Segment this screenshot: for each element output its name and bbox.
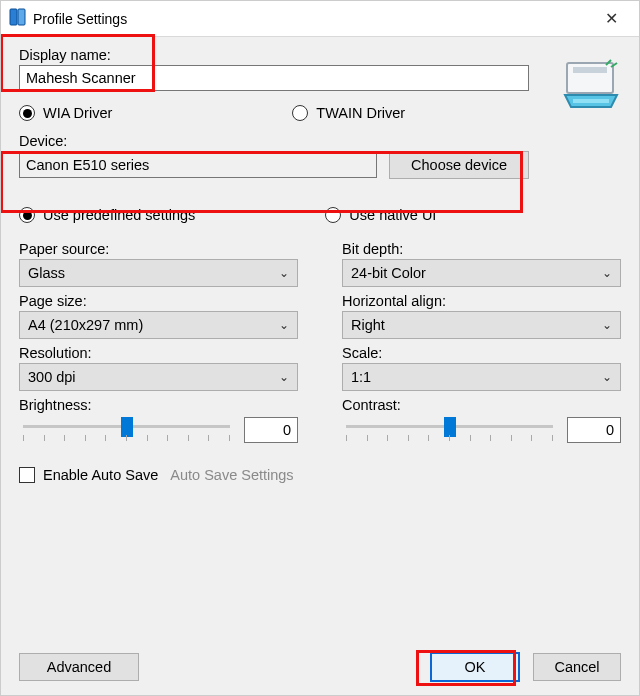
radio-dot-icon: [325, 207, 341, 223]
horizontal-align-select[interactable]: Right ⌄: [342, 311, 621, 339]
twain-driver-label: TWAIN Driver: [316, 105, 405, 121]
enable-auto-save-label: Enable Auto Save: [43, 467, 158, 483]
svg-rect-3: [573, 67, 607, 73]
paper-source-label: Paper source:: [19, 241, 298, 257]
bit-depth-label: Bit depth:: [342, 241, 621, 257]
svg-rect-0: [10, 9, 17, 25]
paper-source-select[interactable]: Glass ⌄: [19, 259, 298, 287]
paper-source-value: Glass: [28, 265, 65, 281]
radio-dot-icon: [19, 207, 35, 223]
cancel-button[interactable]: Cancel: [533, 653, 621, 681]
brightness-value-input[interactable]: [244, 417, 298, 443]
contrast-value-input[interactable]: [567, 417, 621, 443]
device-value: Canon E510 series: [26, 157, 149, 173]
use-native-ui-label: Use native UI: [349, 207, 436, 223]
display-name-input[interactable]: [19, 65, 529, 91]
chevron-down-icon: ⌄: [279, 266, 289, 280]
close-button[interactable]: ✕: [589, 5, 633, 33]
slider-thumb[interactable]: [121, 417, 133, 437]
page-size-label: Page size:: [19, 293, 298, 309]
advanced-button[interactable]: Advanced: [19, 653, 139, 681]
scale-value: 1:1: [351, 369, 371, 385]
enable-auto-save-checkbox[interactable]: Enable Auto Save: [19, 467, 158, 483]
scale-select[interactable]: 1:1 ⌄: [342, 363, 621, 391]
chevron-down-icon: ⌄: [602, 266, 612, 280]
use-native-ui-radio[interactable]: Use native UI: [325, 207, 436, 223]
app-icon: [9, 8, 27, 29]
chevron-down-icon: ⌄: [279, 370, 289, 384]
horizontal-align-value: Right: [351, 317, 385, 333]
slider-thumb[interactable]: [444, 417, 456, 437]
ok-button[interactable]: OK: [431, 653, 519, 681]
brightness-slider[interactable]: [19, 415, 234, 445]
auto-save-settings-link: Auto Save Settings: [170, 467, 293, 483]
bit-depth-value: 24-bit Color: [351, 265, 426, 281]
radio-dot-icon: [292, 105, 308, 121]
scanner-icon: [561, 55, 621, 115]
svg-rect-4: [573, 99, 609, 103]
device-field: Canon E510 series: [19, 152, 377, 178]
twain-driver-radio[interactable]: TWAIN Driver: [292, 105, 405, 121]
page-size-value: A4 (210x297 mm): [28, 317, 143, 333]
wia-driver-label: WIA Driver: [43, 105, 112, 121]
brightness-label: Brightness:: [19, 397, 298, 413]
window-title: Profile Settings: [27, 11, 589, 27]
radio-dot-icon: [19, 105, 35, 121]
contrast-label: Contrast:: [342, 397, 621, 413]
horizontal-align-label: Horizontal align:: [342, 293, 621, 309]
resolution-label: Resolution:: [19, 345, 298, 361]
slider-ticks: [23, 435, 230, 441]
use-predefined-settings-radio[interactable]: Use predefined settings: [19, 207, 195, 223]
choose-device-button[interactable]: Choose device: [389, 151, 529, 179]
scale-label: Scale:: [342, 345, 621, 361]
contrast-slider[interactable]: [342, 415, 557, 445]
checkbox-box-icon: [19, 467, 35, 483]
slider-ticks: [346, 435, 553, 441]
title-bar: Profile Settings ✕: [1, 1, 639, 37]
wia-driver-radio[interactable]: WIA Driver: [19, 105, 112, 121]
display-name-label: Display name:: [19, 47, 529, 63]
resolution-select[interactable]: 300 dpi ⌄: [19, 363, 298, 391]
resolution-value: 300 dpi: [28, 369, 76, 385]
svg-rect-1: [18, 9, 25, 25]
use-predefined-settings-label: Use predefined settings: [43, 207, 195, 223]
close-icon: ✕: [605, 9, 618, 28]
chevron-down-icon: ⌄: [602, 370, 612, 384]
device-label: Device:: [19, 133, 529, 149]
chevron-down-icon: ⌄: [279, 318, 289, 332]
page-size-select[interactable]: A4 (210x297 mm) ⌄: [19, 311, 298, 339]
chevron-down-icon: ⌄: [602, 318, 612, 332]
bit-depth-select[interactable]: 24-bit Color ⌄: [342, 259, 621, 287]
